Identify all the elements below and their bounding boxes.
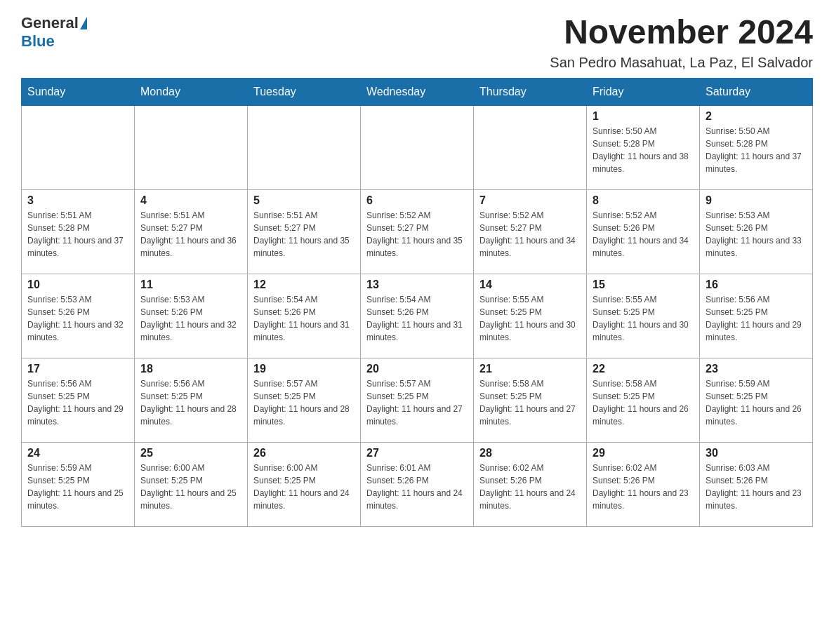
day-number: 17: [27, 363, 128, 375]
calendar-cell: [474, 105, 587, 189]
day-number: 1: [593, 110, 694, 123]
day-info: Sunrise: 5:56 AM Sunset: 5:25 PM Dayligh…: [27, 377, 128, 428]
day-info: Sunrise: 5:52 AM Sunset: 5:26 PM Dayligh…: [593, 209, 694, 260]
weekday-header-wednesday: Wednesday: [361, 78, 474, 105]
day-number: 30: [706, 447, 807, 459]
calendar-cell: 4Sunrise: 5:51 AM Sunset: 5:27 PM Daylig…: [135, 189, 248, 274]
day-info: Sunrise: 5:57 AM Sunset: 5:25 PM Dayligh…: [366, 377, 468, 428]
calendar-body: 1Sunrise: 5:50 AM Sunset: 5:28 PM Daylig…: [22, 105, 813, 526]
day-number: 13: [366, 279, 468, 291]
day-info: Sunrise: 6:02 AM Sunset: 5:26 PM Dayligh…: [593, 462, 694, 512]
weekday-header-thursday: Thursday: [474, 78, 587, 105]
day-number: 5: [253, 194, 355, 207]
calendar-cell: 12Sunrise: 5:54 AM Sunset: 5:26 PM Dayli…: [248, 274, 361, 358]
day-number: 25: [140, 447, 241, 459]
day-number: 21: [479, 363, 581, 375]
weekday-header-friday: Friday: [587, 78, 700, 105]
calendar-cell: 27Sunrise: 6:01 AM Sunset: 5:26 PM Dayli…: [361, 442, 474, 526]
day-info: Sunrise: 5:53 AM Sunset: 5:26 PM Dayligh…: [27, 293, 128, 344]
calendar-cell: 21Sunrise: 5:58 AM Sunset: 5:25 PM Dayli…: [474, 358, 587, 442]
calendar-cell: 18Sunrise: 5:56 AM Sunset: 5:25 PM Dayli…: [135, 358, 248, 442]
calendar-cell: 11Sunrise: 5:53 AM Sunset: 5:26 PM Dayli…: [135, 274, 248, 358]
calendar-cell: 5Sunrise: 5:51 AM Sunset: 5:27 PM Daylig…: [248, 189, 361, 274]
day-info: Sunrise: 5:51 AM Sunset: 5:27 PM Dayligh…: [140, 209, 241, 260]
day-info: Sunrise: 6:03 AM Sunset: 5:26 PM Dayligh…: [706, 462, 807, 512]
logo-triangle-icon: [80, 17, 87, 29]
day-info: Sunrise: 6:02 AM Sunset: 5:26 PM Dayligh…: [479, 462, 581, 512]
day-number: 2: [706, 110, 807, 123]
calendar-week-row: 24Sunrise: 5:59 AM Sunset: 5:25 PM Dayli…: [22, 442, 813, 526]
calendar-cell: 15Sunrise: 5:55 AM Sunset: 5:25 PM Dayli…: [587, 274, 700, 358]
calendar-table: SundayMondayTuesdayWednesdayThursdayFrid…: [21, 78, 813, 527]
page-title: November 2024: [550, 14, 813, 51]
calendar-cell: 29Sunrise: 6:02 AM Sunset: 5:26 PM Dayli…: [587, 442, 700, 526]
page-header: General Blue November 2024 San Pedro Mas…: [21, 14, 813, 71]
calendar-cell: 22Sunrise: 5:58 AM Sunset: 5:25 PM Dayli…: [587, 358, 700, 442]
day-info: Sunrise: 6:01 AM Sunset: 5:26 PM Dayligh…: [366, 462, 468, 512]
calendar-cell: 8Sunrise: 5:52 AM Sunset: 5:26 PM Daylig…: [587, 189, 700, 274]
calendar-cell: 30Sunrise: 6:03 AM Sunset: 5:26 PM Dayli…: [700, 442, 813, 526]
weekday-header-sunday: Sunday: [22, 78, 135, 105]
day-number: 3: [27, 194, 128, 207]
day-info: Sunrise: 5:50 AM Sunset: 5:28 PM Dayligh…: [706, 125, 807, 175]
day-number: 14: [479, 279, 581, 291]
day-info: Sunrise: 5:56 AM Sunset: 5:25 PM Dayligh…: [706, 293, 807, 344]
calendar-cell: 16Sunrise: 5:56 AM Sunset: 5:25 PM Dayli…: [700, 274, 813, 358]
day-number: 20: [366, 363, 468, 375]
day-number: 8: [593, 194, 694, 207]
day-number: 11: [140, 279, 241, 291]
calendar-cell: 24Sunrise: 5:59 AM Sunset: 5:25 PM Dayli…: [22, 442, 135, 526]
day-number: 22: [593, 363, 694, 375]
calendar-week-row: 3Sunrise: 5:51 AM Sunset: 5:28 PM Daylig…: [22, 189, 813, 274]
calendar-cell: [135, 105, 248, 189]
day-info: Sunrise: 5:52 AM Sunset: 5:27 PM Dayligh…: [366, 209, 468, 260]
day-number: 27: [366, 447, 468, 459]
day-number: 28: [479, 447, 581, 459]
day-info: Sunrise: 5:58 AM Sunset: 5:25 PM Dayligh…: [593, 377, 694, 428]
day-info: Sunrise: 5:50 AM Sunset: 5:28 PM Dayligh…: [593, 125, 694, 175]
day-number: 15: [593, 279, 694, 291]
calendar-cell: 28Sunrise: 6:02 AM Sunset: 5:26 PM Dayli…: [474, 442, 587, 526]
calendar-cell: 3Sunrise: 5:51 AM Sunset: 5:28 PM Daylig…: [22, 189, 135, 274]
calendar-cell: 19Sunrise: 5:57 AM Sunset: 5:25 PM Dayli…: [248, 358, 361, 442]
day-info: Sunrise: 5:59 AM Sunset: 5:25 PM Dayligh…: [27, 462, 128, 512]
day-info: Sunrise: 5:54 AM Sunset: 5:26 PM Dayligh…: [253, 293, 355, 344]
day-info: Sunrise: 6:00 AM Sunset: 5:25 PM Dayligh…: [253, 462, 355, 512]
day-number: 4: [140, 194, 241, 207]
calendar-cell: 14Sunrise: 5:55 AM Sunset: 5:25 PM Dayli…: [474, 274, 587, 358]
day-info: Sunrise: 5:57 AM Sunset: 5:25 PM Dayligh…: [253, 377, 355, 428]
day-info: Sunrise: 5:58 AM Sunset: 5:25 PM Dayligh…: [479, 377, 581, 428]
day-info: Sunrise: 5:56 AM Sunset: 5:25 PM Dayligh…: [140, 377, 241, 428]
day-number: 6: [366, 194, 468, 207]
day-number: 29: [593, 447, 694, 459]
day-number: 16: [706, 279, 807, 291]
calendar-cell: 17Sunrise: 5:56 AM Sunset: 5:25 PM Dayli…: [22, 358, 135, 442]
day-number: 9: [706, 194, 807, 207]
weekday-header-monday: Monday: [135, 78, 248, 105]
weekday-header-saturday: Saturday: [700, 78, 813, 105]
day-info: Sunrise: 5:55 AM Sunset: 5:25 PM Dayligh…: [479, 293, 581, 344]
calendar-cell: 26Sunrise: 6:00 AM Sunset: 5:25 PM Dayli…: [248, 442, 361, 526]
calendar-cell: 20Sunrise: 5:57 AM Sunset: 5:25 PM Dayli…: [361, 358, 474, 442]
day-number: 10: [27, 279, 128, 291]
calendar-cell: 13Sunrise: 5:54 AM Sunset: 5:26 PM Dayli…: [361, 274, 474, 358]
logo: General Blue: [21, 14, 88, 51]
day-info: Sunrise: 5:52 AM Sunset: 5:27 PM Dayligh…: [479, 209, 581, 260]
weekday-header-row: SundayMondayTuesdayWednesdayThursdayFrid…: [22, 78, 813, 105]
calendar-cell: [248, 105, 361, 189]
day-number: 26: [253, 447, 355, 459]
day-info: Sunrise: 5:59 AM Sunset: 5:25 PM Dayligh…: [706, 377, 807, 428]
day-info: Sunrise: 5:55 AM Sunset: 5:25 PM Dayligh…: [593, 293, 694, 344]
day-info: Sunrise: 6:00 AM Sunset: 5:25 PM Dayligh…: [140, 462, 241, 512]
logo-general-text: General: [21, 14, 79, 32]
calendar-cell: 25Sunrise: 6:00 AM Sunset: 5:25 PM Dayli…: [135, 442, 248, 526]
day-info: Sunrise: 5:54 AM Sunset: 5:26 PM Dayligh…: [366, 293, 468, 344]
calendar-cell: 1Sunrise: 5:50 AM Sunset: 5:28 PM Daylig…: [587, 105, 700, 189]
day-number: 7: [479, 194, 581, 207]
calendar-week-row: 17Sunrise: 5:56 AM Sunset: 5:25 PM Dayli…: [22, 358, 813, 442]
weekday-header-tuesday: Tuesday: [248, 78, 361, 105]
calendar-cell: 2Sunrise: 5:50 AM Sunset: 5:28 PM Daylig…: [700, 105, 813, 189]
day-number: 18: [140, 363, 241, 375]
calendar-cell: 9Sunrise: 5:53 AM Sunset: 5:26 PM Daylig…: [700, 189, 813, 274]
calendar-cell: 10Sunrise: 5:53 AM Sunset: 5:26 PM Dayli…: [22, 274, 135, 358]
